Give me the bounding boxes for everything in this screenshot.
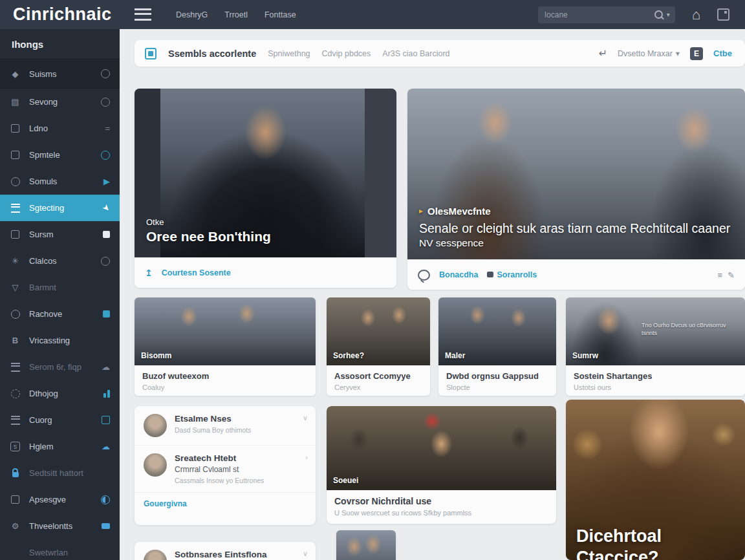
avatar bbox=[144, 550, 167, 560]
sidebar-item-barmnt[interactable]: ▽ Barmnt bbox=[0, 274, 120, 301]
media-card-3-title: Dwbd orgnsu Gappsud bbox=[446, 371, 548, 381]
top-nav-item-3[interactable]: Fonttase bbox=[265, 10, 296, 19]
sidebar-item-cuorg[interactable]: Cuorg bbox=[0, 407, 120, 433]
hero-2-kicker: OlesMevcfnte bbox=[427, 206, 491, 217]
top-nav-item-2[interactable]: Trroetl bbox=[224, 10, 248, 19]
sidebar-item-label: Cuorg bbox=[29, 415, 52, 425]
sidebar-item-rachove[interactable]: Rachove bbox=[0, 301, 120, 327]
sidebar-item-apsesgve[interactable]: Apsesgve bbox=[0, 486, 120, 513]
people-card: Etsalme Nses Dasd Suma Boy othimots ∨ Sr… bbox=[135, 406, 316, 525]
hero-card-1[interactable]: Otke Oree nee Bon'thing ↥ Courtesn Sosen… bbox=[135, 89, 396, 288]
sidebar-item-serom[interactable]: Serom 6r, fiqp ☁ bbox=[0, 354, 120, 380]
person-meta: Dasd Suma Boy othimots bbox=[175, 426, 251, 434]
sidebar-item-dthojog[interactable]: Dthojog bbox=[0, 380, 120, 407]
checkbox-icon[interactable] bbox=[145, 48, 157, 59]
sidebar-item-clalcos[interactable]: ✳ Clalcos bbox=[0, 248, 120, 274]
clock-icon bbox=[101, 257, 110, 266]
search-icon[interactable] bbox=[654, 10, 663, 19]
square-icon bbox=[10, 124, 21, 133]
media-card-4[interactable]: Tno Ourho Dvcus uo cBrvisorruv tsnnts Su… bbox=[566, 297, 745, 396]
media-card-3-overlay: Maler bbox=[445, 351, 465, 360]
filter-caret-icon[interactable]: ▾ bbox=[667, 11, 670, 18]
sidebar-item-spmtele[interactable]: Spmtele bbox=[0, 142, 120, 168]
app-logo: Cinrichnaic bbox=[13, 5, 123, 25]
comment-icon[interactable] bbox=[418, 270, 430, 281]
gear-icon: ⚙ bbox=[10, 522, 21, 530]
hero-card-2[interactable]: ▸ OlesMevcfnte Senale or cleight suk ara… bbox=[407, 89, 745, 290]
person-row[interactable]: Sotbnsares Eintsflona ∨ bbox=[135, 542, 316, 560]
sidebar-item-sgtecting[interactable]: Sgtecting ➤ bbox=[0, 195, 120, 221]
media-card-4-title: Sostein Shartanges bbox=[574, 371, 737, 381]
sidebar-item-suisms[interactable]: ◆ Suisms bbox=[0, 59, 120, 89]
refresh-icon bbox=[101, 495, 110, 504]
person-row[interactable]: Sreatech Htebt Crmrral Cvloaml st Cassma… bbox=[135, 446, 316, 493]
toolbar-link-2[interactable]: Cdvip pbdces bbox=[322, 49, 371, 58]
home-icon[interactable]: ⌂ bbox=[692, 8, 700, 22]
chevron-down-icon[interactable]: ∨ bbox=[303, 550, 308, 558]
feature-card-image: Soeuei bbox=[327, 406, 556, 490]
poster-title-line1: Dicehrtoal bbox=[576, 526, 662, 546]
upload-arrow-icon[interactable]: ↥ bbox=[145, 268, 153, 278]
media-card-1[interactable]: Bisomm Buzof wuteexom Coaluy bbox=[135, 297, 316, 396]
badge-button[interactable]: E bbox=[690, 47, 703, 60]
sidebar-item-vricassting[interactable]: B Vricassting bbox=[0, 327, 120, 354]
app-window-icon[interactable] bbox=[717, 8, 729, 21]
small-thumbnail-1[interactable] bbox=[336, 530, 396, 560]
sidebar-item-label: Dthojog bbox=[29, 389, 58, 398]
circle-icon bbox=[10, 177, 21, 186]
teal-square-icon bbox=[103, 310, 110, 318]
media-card-4-note: Tno Ourho Dvcus uo cBrvisorruv tsnnts bbox=[642, 322, 739, 337]
hero-1-footer-link[interactable]: Courtesn Sosente bbox=[162, 268, 231, 277]
people-footer-link[interactable]: Gouergivna bbox=[135, 493, 316, 515]
close-link[interactable]: Ctbe bbox=[713, 48, 732, 58]
media-card-2[interactable]: Sorhee? Assosort Ccomyye Ceryvex bbox=[327, 297, 430, 396]
menu-icon bbox=[10, 204, 21, 213]
cursor-icon: ➤ bbox=[103, 203, 110, 213]
circle-icon bbox=[10, 310, 21, 319]
sort-dropdown[interactable]: Dvsetto Mraxar ▾ bbox=[618, 48, 680, 58]
sidebar-item-ldno[interactable]: Ldno = bbox=[0, 115, 120, 142]
document-icon: ▤ bbox=[10, 98, 21, 106]
hero-card-1-footer: ↥ Courtesn Sosente bbox=[135, 257, 396, 288]
lock-icon bbox=[10, 469, 21, 477]
poster-card[interactable]: Dicehrtoal Ctaccice? bbox=[566, 400, 745, 560]
person-row[interactable]: Etsalme Nses Dasd Suma Boy othimots ∨ bbox=[135, 406, 316, 446]
menu-icon bbox=[10, 363, 21, 372]
feature-card[interactable]: Soeuei Covrsor Nichrdital use U Suow wes… bbox=[327, 406, 556, 524]
media-card-3[interactable]: Maler Dwbd orgnsu Gappsud Slopcte bbox=[438, 297, 556, 396]
sidebar-item-label: Vricassting bbox=[29, 336, 70, 345]
sidebar-item-sedtsitt[interactable]: Sedtsitt hattort bbox=[0, 460, 120, 486]
list-view-icon[interactable]: ≡ bbox=[718, 270, 723, 280]
top-nav-item-1[interactable]: DeshryG bbox=[176, 10, 208, 19]
person-name: Etsalme Nses bbox=[175, 414, 251, 424]
sidebar-item-label: Barmnt bbox=[29, 283, 56, 292]
sidebar-item-hglem[interactable]: 5 Hglem ☁ bbox=[0, 433, 120, 460]
return-arrow-icon[interactable]: ↵ bbox=[599, 47, 607, 59]
search-box[interactable]: ▾ bbox=[538, 6, 675, 23]
hero-2-link-2[interactable]: Soranrolls bbox=[487, 270, 537, 279]
chevron-down-icon[interactable]: ∨ bbox=[303, 414, 308, 422]
edit-icon[interactable]: ✎ bbox=[728, 270, 735, 280]
sidebar-item-somuls[interactable]: Somuls ▶ bbox=[0, 168, 120, 195]
hero-2-subtitle: NV sesspence bbox=[419, 237, 730, 249]
card-icon bbox=[10, 230, 21, 239]
sidebar-header: Ihongs bbox=[0, 29, 120, 59]
sidebar-item-sursm[interactable]: Sursm bbox=[0, 221, 120, 248]
hero-2-link-1[interactable]: Bonacdha bbox=[439, 270, 478, 279]
sidebar-item-label: Serom 6r, fiqp bbox=[29, 362, 81, 372]
search-ring-icon bbox=[101, 151, 110, 160]
toolbar-link-3[interactable]: Ar3S ciao Barciord bbox=[382, 49, 449, 58]
sidebar-item-label: Sursm bbox=[29, 230, 54, 239]
search-input[interactable] bbox=[543, 10, 651, 20]
sidebar-item-thveelontts[interactable]: ⚙ Thveelontts bbox=[0, 513, 120, 539]
content-toolbar: Ssembls accorlente Spniwethng Cdvip pbdc… bbox=[135, 40, 745, 67]
chart-icon bbox=[103, 390, 110, 398]
toolbar-link-1[interactable]: Spniwethng bbox=[268, 49, 310, 58]
camera-icon bbox=[487, 272, 493, 277]
hamburger-menu-icon[interactable] bbox=[135, 8, 151, 21]
sidebar-item-swetwrlan[interactable]: Swetwrlan bbox=[0, 539, 120, 560]
tablet-icon bbox=[102, 416, 110, 424]
chevron-right-icon[interactable]: › bbox=[305, 453, 308, 461]
bell-icon: ▸ bbox=[419, 206, 423, 215]
sidebar-item-sevong[interactable]: ▤ Sevong bbox=[0, 89, 120, 115]
